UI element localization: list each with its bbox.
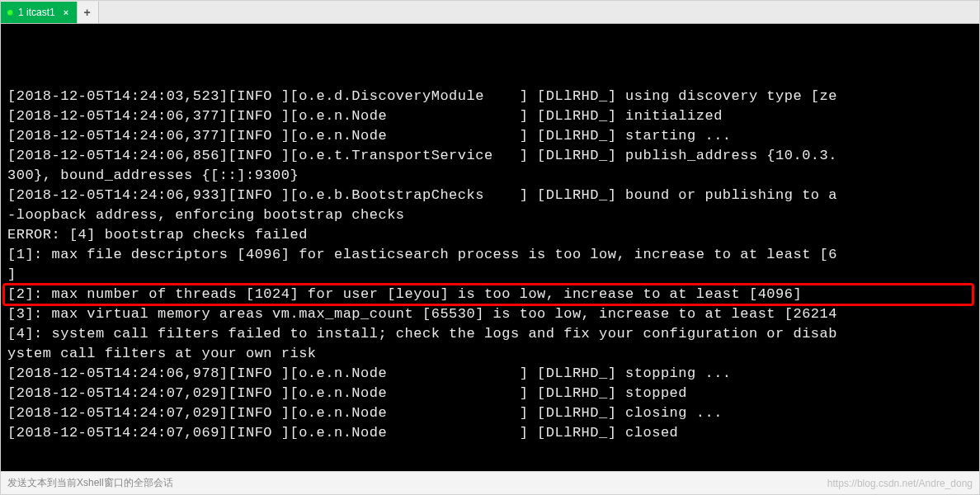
new-tab-button[interactable]: +	[78, 2, 99, 23]
terminal-line: ystem call filters at your own risk	[7, 344, 973, 364]
terminal-line: [2018-12-05T14:24:06,377][INFO ][o.e.n.N…	[7, 106, 973, 126]
terminal-line: [2018-12-05T14:24:06,856][INFO ][o.e.t.T…	[7, 146, 973, 166]
app-window: 1 itcast1 × + [2018-12-05T14:24:03,523][…	[0, 0, 980, 495]
terminal-line: [4]: system call filters failed to insta…	[7, 324, 973, 344]
terminal-line: [2018-12-05T14:24:03,523][INFO ][o.e.d.D…	[7, 87, 973, 106]
terminal-line: [3]: max virtual memory areas vm.max_map…	[7, 304, 973, 324]
terminal-line: [1]: max file descriptors [4096] for ela…	[7, 245, 973, 265]
terminal-line: [2018-12-05T14:24:06,377][INFO ][o.e.n.N…	[7, 126, 973, 146]
terminal-line: [2018-12-05T14:24:07,029][INFO ][o.e.n.N…	[7, 403, 973, 423]
terminal-line: [2018-12-05T14:24:07,029][INFO ][o.e.n.N…	[7, 384, 973, 403]
close-icon[interactable]: ×	[64, 7, 68, 17]
tab-itcast1[interactable]: 1 itcast1 ×	[1, 2, 78, 23]
tab-bar: 1 itcast1 × +	[1, 1, 979, 24]
terminal-line: ]	[7, 265, 973, 285]
tab-label: 1 itcast1	[18, 7, 55, 18]
connection-status-icon	[7, 10, 13, 16]
terminal-line: [2018-12-05T14:24:06,933][INFO ][o.e.b.B…	[7, 186, 973, 205]
plus-icon: +	[84, 6, 91, 19]
terminal-line: [2018-12-05T14:24:06,978][INFO ][o.e.n.N…	[7, 364, 973, 384]
status-hint: 发送文本到当前Xshell窗口的全部会话	[7, 476, 173, 490]
terminal-line: -loopback address, enforcing bootstrap c…	[7, 205, 973, 225]
terminal-line: [2018-12-05T14:24:07,069][INFO ][o.e.n.N…	[7, 423, 973, 443]
terminal-line: [2]: max number of threads [1024] for us…	[7, 285, 973, 304]
terminal-line: ERROR: [4] bootstrap checks failed	[7, 225, 973, 245]
watermark-text: https://blog.csdn.net/Andre_dong	[827, 478, 973, 489]
status-bar: 发送文本到当前Xshell窗口的全部会话 https://blog.csdn.n…	[1, 471, 979, 494]
terminal-line: 300}, bound_addresses {[::]:9300}	[7, 166, 973, 186]
terminal-output[interactable]: [2018-12-05T14:24:03,523][INFO ][o.e.d.D…	[1, 24, 979, 471]
